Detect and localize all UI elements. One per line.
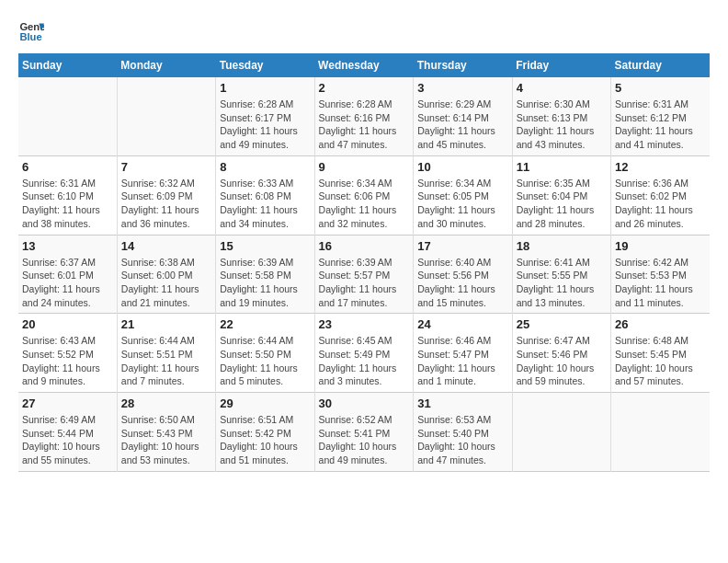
day-detail: Sunrise: 6:42 AM Sunset: 5:53 PM Dayligh… <box>615 256 706 310</box>
calendar-cell: 20Sunrise: 6:43 AM Sunset: 5:52 PM Dayli… <box>18 314 117 393</box>
day-detail: Sunrise: 6:39 AM Sunset: 5:57 PM Dayligh… <box>319 256 410 310</box>
calendar-cell: 10Sunrise: 6:34 AM Sunset: 6:05 PM Dayli… <box>414 155 512 235</box>
calendar-week-4: 20Sunrise: 6:43 AM Sunset: 5:52 PM Dayli… <box>18 314 710 393</box>
calendar-cell: 1Sunrise: 6:28 AM Sunset: 6:17 PM Daylig… <box>216 77 314 155</box>
day-detail: Sunrise: 6:39 AM Sunset: 5:58 PM Dayligh… <box>220 256 310 310</box>
calendar-cell: 19Sunrise: 6:42 AM Sunset: 5:53 PM Dayli… <box>611 235 710 314</box>
day-detail: Sunrise: 6:38 AM Sunset: 6:00 PM Dayligh… <box>121 256 211 310</box>
day-number: 25 <box>517 317 607 331</box>
day-detail: Sunrise: 6:43 AM Sunset: 5:52 PM Dayligh… <box>22 334 113 388</box>
calendar-cell: 23Sunrise: 6:45 AM Sunset: 5:49 PM Dayli… <box>314 314 414 393</box>
calendar-week-2: 6Sunrise: 6:31 AM Sunset: 6:10 PM Daylig… <box>18 155 710 235</box>
day-number: 24 <box>417 317 507 331</box>
day-detail: Sunrise: 6:31 AM Sunset: 6:10 PM Dayligh… <box>22 177 113 231</box>
day-number: 8 <box>220 160 310 174</box>
day-number: 12 <box>615 160 706 174</box>
calendar-cell: 7Sunrise: 6:32 AM Sunset: 6:09 PM Daylig… <box>117 155 215 235</box>
day-number: 21 <box>121 317 211 331</box>
calendar-cell <box>117 77 215 155</box>
calendar-cell: 27Sunrise: 6:49 AM Sunset: 5:44 PM Dayli… <box>18 393 117 472</box>
day-number: 30 <box>319 396 410 410</box>
day-number: 18 <box>517 239 607 253</box>
day-detail: Sunrise: 6:50 AM Sunset: 5:43 PM Dayligh… <box>121 413 211 467</box>
calendar-cell: 3Sunrise: 6:29 AM Sunset: 6:14 PM Daylig… <box>414 77 512 155</box>
weekday-header-wednesday: Wednesday <box>314 53 414 77</box>
day-detail: Sunrise: 6:30 AM Sunset: 6:13 PM Dayligh… <box>517 98 607 152</box>
weekday-header-friday: Friday <box>512 53 610 77</box>
day-detail: Sunrise: 6:29 AM Sunset: 6:14 PM Dayligh… <box>417 98 507 152</box>
weekday-header-thursday: Thursday <box>414 53 512 77</box>
day-number: 28 <box>121 396 211 410</box>
day-number: 17 <box>417 239 507 253</box>
day-detail: Sunrise: 6:35 AM Sunset: 6:04 PM Dayligh… <box>517 177 607 231</box>
day-detail: Sunrise: 6:34 AM Sunset: 6:06 PM Dayligh… <box>319 177 410 231</box>
day-number: 20 <box>22 317 113 331</box>
svg-text:Blue: Blue <box>19 31 41 42</box>
day-number: 3 <box>417 81 507 95</box>
weekday-header-tuesday: Tuesday <box>216 53 314 77</box>
day-number: 16 <box>319 239 410 253</box>
weekday-header-monday: Monday <box>117 53 215 77</box>
calendar-cell: 24Sunrise: 6:46 AM Sunset: 5:47 PM Dayli… <box>414 314 512 393</box>
day-number: 22 <box>220 317 310 331</box>
day-detail: Sunrise: 6:49 AM Sunset: 5:44 PM Dayligh… <box>22 413 113 467</box>
day-detail: Sunrise: 6:53 AM Sunset: 5:40 PM Dayligh… <box>417 413 507 467</box>
day-number: 19 <box>615 239 706 253</box>
day-detail: Sunrise: 6:44 AM Sunset: 5:51 PM Dayligh… <box>121 334 211 388</box>
calendar-week-5: 27Sunrise: 6:49 AM Sunset: 5:44 PM Dayli… <box>18 393 710 472</box>
calendar-cell: 6Sunrise: 6:31 AM Sunset: 6:10 PM Daylig… <box>18 155 117 235</box>
calendar-cell: 4Sunrise: 6:30 AM Sunset: 6:13 PM Daylig… <box>512 77 610 155</box>
weekday-header-saturday: Saturday <box>611 53 710 77</box>
day-detail: Sunrise: 6:32 AM Sunset: 6:09 PM Dayligh… <box>121 177 211 231</box>
calendar-cell: 17Sunrise: 6:40 AM Sunset: 5:56 PM Dayli… <box>414 235 512 314</box>
day-detail: Sunrise: 6:45 AM Sunset: 5:49 PM Dayligh… <box>319 334 410 388</box>
day-number: 2 <box>319 81 410 95</box>
calendar-cell: 30Sunrise: 6:52 AM Sunset: 5:41 PM Dayli… <box>314 393 414 472</box>
day-detail: Sunrise: 6:34 AM Sunset: 6:05 PM Dayligh… <box>417 177 507 231</box>
day-number: 10 <box>417 160 507 174</box>
calendar-cell: 14Sunrise: 6:38 AM Sunset: 6:00 PM Dayli… <box>117 235 215 314</box>
day-number: 4 <box>517 81 607 95</box>
calendar-cell: 18Sunrise: 6:41 AM Sunset: 5:55 PM Dayli… <box>512 235 610 314</box>
calendar-table: SundayMondayTuesdayWednesdayThursdayFrid… <box>18 53 710 472</box>
calendar-cell: 13Sunrise: 6:37 AM Sunset: 6:01 PM Dayli… <box>18 235 117 314</box>
calendar-cell: 12Sunrise: 6:36 AM Sunset: 6:02 PM Dayli… <box>611 155 710 235</box>
calendar-cell: 9Sunrise: 6:34 AM Sunset: 6:06 PM Daylig… <box>314 155 414 235</box>
day-detail: Sunrise: 6:33 AM Sunset: 6:08 PM Dayligh… <box>220 177 310 231</box>
calendar-cell: 25Sunrise: 6:47 AM Sunset: 5:46 PM Dayli… <box>512 314 610 393</box>
calendar-cell: 31Sunrise: 6:53 AM Sunset: 5:40 PM Dayli… <box>414 393 512 472</box>
day-detail: Sunrise: 6:40 AM Sunset: 5:56 PM Dayligh… <box>417 256 507 310</box>
calendar-cell: 5Sunrise: 6:31 AM Sunset: 6:12 PM Daylig… <box>611 77 710 155</box>
day-number: 14 <box>121 239 211 253</box>
calendar-cell: 16Sunrise: 6:39 AM Sunset: 5:57 PM Dayli… <box>314 235 414 314</box>
day-detail: Sunrise: 6:28 AM Sunset: 6:16 PM Dayligh… <box>319 98 410 152</box>
calendar-cell: 2Sunrise: 6:28 AM Sunset: 6:16 PM Daylig… <box>314 77 414 155</box>
day-number: 23 <box>319 317 410 331</box>
calendar-week-1: 1Sunrise: 6:28 AM Sunset: 6:17 PM Daylig… <box>18 77 710 155</box>
day-number: 9 <box>319 160 410 174</box>
day-detail: Sunrise: 6:31 AM Sunset: 6:12 PM Dayligh… <box>615 98 706 152</box>
day-detail: Sunrise: 6:47 AM Sunset: 5:46 PM Dayligh… <box>517 334 607 388</box>
calendar-cell <box>611 393 710 472</box>
day-detail: Sunrise: 6:36 AM Sunset: 6:02 PM Dayligh… <box>615 177 706 231</box>
day-number: 13 <box>22 239 113 253</box>
day-number: 1 <box>220 81 310 95</box>
calendar-cell: 21Sunrise: 6:44 AM Sunset: 5:51 PM Dayli… <box>117 314 215 393</box>
day-number: 31 <box>417 396 507 410</box>
day-detail: Sunrise: 6:52 AM Sunset: 5:41 PM Dayligh… <box>319 413 410 467</box>
day-number: 26 <box>615 317 706 331</box>
calendar-cell <box>512 393 610 472</box>
day-number: 27 <box>22 396 113 410</box>
logo: General Blue <box>18 18 44 44</box>
calendar-cell: 15Sunrise: 6:39 AM Sunset: 5:58 PM Dayli… <box>216 235 314 314</box>
calendar-cell: 8Sunrise: 6:33 AM Sunset: 6:08 PM Daylig… <box>216 155 314 235</box>
day-detail: Sunrise: 6:41 AM Sunset: 5:55 PM Dayligh… <box>517 256 607 310</box>
calendar-cell: 22Sunrise: 6:44 AM Sunset: 5:50 PM Dayli… <box>216 314 314 393</box>
calendar-cell: 26Sunrise: 6:48 AM Sunset: 5:45 PM Dayli… <box>611 314 710 393</box>
day-detail: Sunrise: 6:48 AM Sunset: 5:45 PM Dayligh… <box>615 334 706 388</box>
weekday-header-sunday: Sunday <box>18 53 117 77</box>
calendar-cell: 28Sunrise: 6:50 AM Sunset: 5:43 PM Dayli… <box>117 393 215 472</box>
day-number: 11 <box>517 160 607 174</box>
calendar-cell: 11Sunrise: 6:35 AM Sunset: 6:04 PM Dayli… <box>512 155 610 235</box>
calendar-week-3: 13Sunrise: 6:37 AM Sunset: 6:01 PM Dayli… <box>18 235 710 314</box>
